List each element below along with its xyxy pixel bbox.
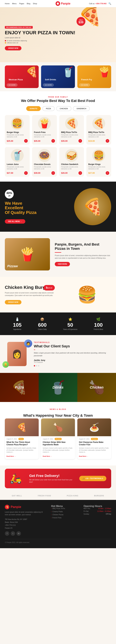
menu-item-desc: Perspiciatis ununde omnis istenaclus ut … (61, 134, 82, 138)
menu-item-desc: Perspiciatis ununde omnis istenaclus ut … (7, 134, 28, 138)
footer-link[interactable]: French Fries (51, 517, 79, 519)
blog-meta: August 27, 2021 Recipes (79, 438, 110, 440)
blog-date: August 27, 2021 (43, 438, 53, 440)
menu-item-price: $19.00 (88, 140, 95, 142)
menu-item: 🥤 Lemon Juice Perspiciatis ununde omnis … (5, 147, 30, 176)
tab-pizza[interactable]: PIZZA (42, 106, 55, 111)
footer-logo-text: Panpie (11, 505, 21, 509)
blog-tag: Recipes (55, 438, 62, 440)
read-more-link[interactable]: Read More → (6, 456, 16, 457)
logo[interactable]: Panpie (56, 1, 70, 6)
logo-text: Panpie (61, 2, 70, 5)
menu-tabs[interactable]: DONUTS PIZZA CHICKEN SANDWICH (5, 106, 111, 111)
food-cat-pizza[interactable]: 🍕 Pizza (0, 373, 39, 402)
cat-fries-btn[interactable]: GO MORE (79, 84, 90, 86)
menu-item-desc: Perspiciatis ununde omnis istenaclus ut … (7, 166, 28, 170)
pizza-cat-label: Pizza (15, 385, 24, 390)
menu-item-desc: Perspiciatis ununde omnis istenaclus ut … (88, 134, 109, 138)
tab-sandwich[interactable]: SANDWICH (73, 106, 90, 111)
opening-hours-title: Opening Hours (84, 505, 111, 508)
about-content: Panpie, Burgers, And Best Pizzas in Town… (55, 242, 111, 266)
menu-item-name: French Fries (34, 131, 55, 134)
footer-link[interactable]: BBQ Pizza TinTin (51, 508, 79, 510)
tab-chicken[interactable]: CHICKEN (56, 106, 71, 111)
nav-right: Call us: +354-778-842 🔍 (89, 2, 111, 5)
nav-blog[interactable]: Blog (27, 2, 30, 4)
about-section: 🍟 Pizzaw Panpie, Burgers, And Best Pizza… (0, 232, 116, 277)
opening-row: Mon-Thu: 10:0am - 12:00am (84, 508, 111, 510)
cat-fries-img: 🍟 (98, 66, 110, 78)
menu-item-desc: Perspiciatis ununde omnis istenaclus ut … (61, 166, 82, 170)
svg-point-0 (57, 2, 59, 4)
add-to-cart-btn[interactable]: + (79, 171, 82, 175)
category-cards: 🍕 Mexican Pizza GO MORE 🥤 Soft Drinks GO… (5, 66, 111, 88)
blog-section: NEWS & BLOGS What's Happening Your Near … (0, 402, 116, 466)
footer-grid: 🍕 Panpie Lorem ipsum dolor sit amet cons… (5, 505, 111, 536)
burger-image: 🍔 (63, 285, 111, 304)
category-card-pizza[interactable]: 🍕 Mexican Pizza GO MORE (5, 66, 39, 88)
nav-links[interactable]: Home Menu Pages Blog Shop (5, 2, 37, 4)
search-icon[interactable]: 🔍 (109, 2, 111, 5)
dot-2[interactable] (36, 365, 37, 366)
food-cat-drinks[interactable]: 🥤 Drinks (39, 373, 77, 402)
view-more-btn[interactable]: VIEW MORE (55, 262, 70, 266)
nav-menu[interactable]: Menu (12, 2, 17, 4)
hero-checks: Or amet consectetur adipiscing Ultricies… (5, 40, 111, 44)
dot-1[interactable] (34, 365, 35, 366)
menu-item-img: 🍩 (38, 149, 51, 162)
category-card-fries[interactable]: 🍟 French Fry GO MORE (77, 66, 111, 88)
brand-logo: BURGERS (94, 495, 104, 497)
food-cat-chicken[interactable]: 🍗 Chicken (77, 373, 116, 402)
footer-col-menu: Hot Menu BBQ Pizza TinTin Creamy Pasta C… (51, 505, 79, 536)
burger-order-btn[interactable]: ORDER NOW (5, 300, 21, 304)
add-to-cart-btn[interactable]: + (24, 171, 28, 175)
add-to-cart-btn[interactable]: + (24, 139, 28, 143)
delivery-cta-btn[interactable]: 🛵 +10 • TESTIMONIALS (79, 476, 106, 481)
add-to-cart-btn[interactable]: + (106, 139, 109, 143)
opening-hours: Mon-Thu: 10:0am - 12:00am Fri-Sat: 11:00… (84, 508, 111, 515)
menu-item-img: 🥪 (65, 149, 78, 162)
footer-link[interactable]: Chicken Pizzas (51, 514, 79, 516)
delivery-content: Get Free Delivery! We will Deliver your … (29, 474, 74, 483)
menu-item-footer: $19.00 + (88, 139, 109, 143)
add-to-cart-btn[interactable]: + (51, 139, 55, 143)
cat-pizza-label: Mexican Pizza (7, 77, 37, 82)
footer-link[interactable]: Creamy Pasta (51, 511, 79, 512)
orders-icon: 📦 (38, 317, 47, 321)
menu-item-footer: $25.00 + (7, 139, 28, 143)
testimonial-dots (34, 365, 111, 366)
stat-label: Fresh & Best (94, 328, 103, 330)
add-to-cart-btn[interactable]: + (106, 171, 109, 175)
see-all-menu-btn[interactable]: SEE ALL MENU → (5, 219, 25, 224)
brand-logo: PIZZA KING (67, 495, 79, 497)
footer-social[interactable]: f t in (5, 531, 46, 536)
add-to-cart-btn[interactable]: + (79, 139, 82, 143)
menu-item-footer: $27.00 + (88, 171, 109, 175)
menu-item-footer: $26.00 + (61, 171, 82, 175)
nav-pages[interactable]: Pages (19, 2, 24, 4)
hero-order-btn[interactable]: ORDER NOW (5, 46, 21, 50)
read-more-link[interactable]: Read More → (79, 456, 88, 457)
menu-item: 🍟 French Fries Perspiciatis ununde omnis… (32, 115, 57, 144)
blog-meta: August 27, 2021 Pizza (6, 438, 37, 440)
testimonial-images: 👩 🧑 👱 (5, 342, 29, 366)
brand-logo: FRESH FOOD (38, 495, 51, 497)
blog-card: 🍕 August 27, 2021 Pizza What Do You Thin… (5, 418, 39, 459)
twitter-icon[interactable]: t (11, 531, 15, 536)
footer: 🍕 Panpie Lorem ipsum dolor sit amet cons… (0, 500, 116, 548)
category-card-drinks[interactable]: 🥤 Soft Drinks GO MORE (41, 66, 75, 88)
cat-pizza-btn[interactable]: GO MORE (7, 84, 17, 86)
add-to-cart-btn[interactable]: + (51, 171, 55, 175)
facebook-icon[interactable]: f (5, 531, 9, 536)
cat-drinks-btn[interactable]: GO MORE (43, 84, 54, 86)
stat-label: Orders Daily (38, 328, 47, 330)
nav-home[interactable]: Home (5, 2, 9, 4)
read-more-link[interactable]: Read More → (43, 456, 52, 457)
tab-donuts[interactable]: DONUTS (26, 106, 41, 111)
nav-shop[interactable]: Shop (33, 2, 37, 4)
menu-item-price: $27.00 (88, 172, 95, 174)
dot-3[interactable] (38, 365, 39, 366)
instagram-icon[interactable]: in (16, 531, 21, 536)
testimonial-main-photo: 👩 (7, 342, 27, 366)
cat-drinks-content: Soft Drinks GO MORE (41, 75, 75, 88)
